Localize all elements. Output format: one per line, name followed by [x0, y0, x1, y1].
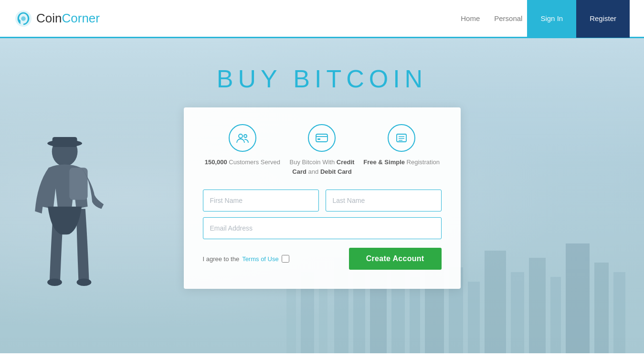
navbar: CoinCorner Home Personal Sign In Registe…	[0, 0, 644, 38]
register-button[interactable]: Register	[576, 0, 630, 38]
terms-checkbox[interactable]	[282, 255, 289, 263]
nav-links: Home Personal	[461, 14, 522, 22]
svg-rect-15	[594, 263, 609, 353]
svg-rect-12	[529, 258, 546, 353]
how-section: HOW TO BUY BITCOINS	[0, 353, 644, 359]
feature-registration: Free & Simple Registration	[363, 124, 440, 176]
terms-text: I agree to the	[203, 255, 240, 263]
svg-point-1	[21, 16, 26, 21]
svg-rect-10	[485, 251, 506, 353]
payment-icon	[308, 124, 336, 152]
svg-rect-9	[468, 282, 480, 353]
svg-point-27	[244, 135, 247, 137]
logo-text: CoinCorner	[36, 11, 100, 26]
svg-point-26	[239, 134, 243, 138]
svg-rect-28	[316, 134, 327, 142]
svg-point-24	[47, 279, 62, 286]
coincorner-logo-icon	[14, 10, 32, 28]
nav-personal-link[interactable]: Personal	[494, 14, 522, 22]
registration-icon	[388, 124, 415, 152]
signin-button[interactable]: Sign In	[527, 0, 576, 38]
feature-customers: 150,000 Customers Served	[204, 124, 281, 176]
customers-text: 150,000 Customers Served	[205, 158, 280, 167]
registration-card: 150,000 Customers Served Buy Bitcoin Wit…	[184, 107, 461, 289]
svg-rect-19	[319, 286, 327, 353]
payment-mid: and	[306, 168, 320, 175]
svg-rect-13	[550, 277, 561, 353]
feature-payment: Buy Bitcoin With Credit Card and Debit C…	[284, 124, 360, 176]
name-row	[203, 190, 442, 211]
hero-title: BUY BITCOIN	[217, 64, 427, 93]
registration-label: Registration	[405, 158, 440, 166]
email-input[interactable]	[203, 217, 442, 239]
registration-form: I agree to the Terms of Use Create Accou…	[203, 190, 442, 270]
payment-text: Buy Bitcoin With Credit Card and Debit C…	[284, 158, 360, 176]
svg-rect-11	[511, 272, 524, 353]
registration-free: Free & Simple	[363, 158, 405, 166]
svg-rect-22	[53, 137, 77, 147]
svg-point-25	[77, 279, 92, 286]
svg-rect-17	[286, 282, 296, 353]
svg-rect-30	[317, 138, 320, 140]
create-account-button[interactable]: Create Account	[349, 248, 442, 270]
terms-area: I agree to the Terms of Use	[203, 255, 341, 263]
customers-label: Customers Served	[227, 158, 280, 166]
logo-coin: Coin	[36, 11, 62, 25]
first-name-input[interactable]	[203, 190, 319, 211]
person-silhouette	[29, 124, 115, 353]
customers-icon	[229, 124, 256, 152]
last-name-input[interactable]	[326, 190, 442, 211]
nav-home-link[interactable]: Home	[461, 14, 480, 22]
registration-text: Free & Simple Registration	[363, 158, 440, 167]
svg-rect-16	[613, 272, 625, 353]
logo-corner: Corner	[62, 11, 99, 25]
svg-rect-23	[69, 168, 87, 200]
payment-debit: Debit Card	[320, 168, 352, 175]
logo-area: CoinCorner	[14, 10, 461, 28]
svg-rect-14	[566, 243, 590, 353]
terms-link[interactable]: Terms of Use	[242, 255, 279, 263]
payment-before: Buy Bitcoin With	[290, 158, 337, 166]
customers-count: 150,000	[205, 158, 227, 166]
form-bottom: I agree to the Terms of Use Create Accou…	[203, 248, 442, 270]
hero-section: BUY BITCOIN 150,000 Customers Served	[0, 38, 644, 353]
card-features: 150,000 Customers Served Buy Bitcoin Wit…	[203, 124, 442, 176]
